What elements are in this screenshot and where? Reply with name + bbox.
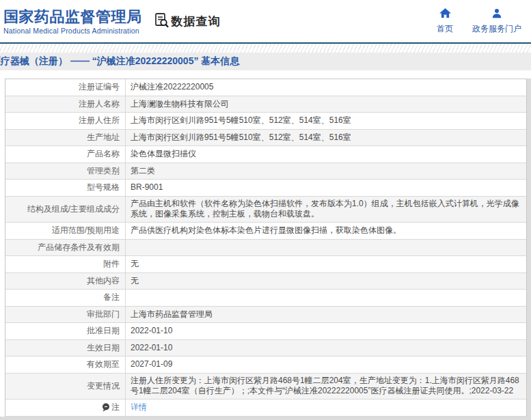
- table-row: 生产地址上海市闵行区剑川路951号5幢510室、512室、514室、516室: [5, 130, 526, 147]
- note-icon: [102, 403, 110, 412]
- hatch-band: [0, 44, 531, 53]
- breadcrumb: 医疗器械（注册） —— “沪械注准20222220005” 基本信息: [0, 53, 531, 70]
- row-label: 备注: [5, 290, 126, 306]
- row-value: 注册人住所变更为：上海市闵行区紫月路468号1幢二层204室，生产地址变更为：1…: [126, 374, 526, 400]
- logo-title: 国家药品监督管理局: [3, 8, 142, 26]
- nav-home-label: 首页: [437, 23, 453, 35]
- page-bottom-strip: [0, 417, 531, 420]
- row-label: 注册证编号: [5, 79, 126, 96]
- data-query-tab[interactable]: 数据查询: [153, 12, 221, 31]
- table-row: 注册人住所上海市闵行区剑川路951号5幢510室、512室、514室、516室: [5, 113, 526, 130]
- nav-portal-label: 政务服务门户: [472, 23, 521, 35]
- logo-subtitle: National Medical Products Administration: [3, 27, 142, 35]
- row-value: 2022-01-10: [126, 323, 526, 339]
- header: 国家药品监督管理局 National Medical Products Admi…: [0, 0, 531, 42]
- row-value: 沪械注准20222220005: [126, 79, 526, 96]
- row-value: 无: [126, 273, 526, 290]
- home-icon: [439, 8, 451, 21]
- row-label: 注: [5, 400, 126, 416]
- detail-link[interactable]: 详情: [131, 402, 147, 412]
- table-row: 适用范围/预期用途产品供医疗机构对染色体标本染色片进行显微图像扫描，获取染色体图…: [5, 223, 526, 240]
- row-value: 上海市闵行区剑川路951号5幢510室、512室、514室、516室: [126, 130, 526, 146]
- row-label: 注册人住所: [5, 113, 126, 129]
- table-row: 其他内容无: [5, 273, 526, 290]
- header-nav: 首页 政务服务门户: [437, 8, 531, 35]
- row-label: 生效日期: [5, 340, 126, 356]
- row-label: 结构及组成/主要组成成分: [5, 197, 126, 223]
- nav-home[interactable]: 首页: [437, 8, 453, 35]
- row-label: 附件: [5, 256, 126, 272]
- data-query-label: 数据查询: [172, 14, 221, 29]
- breadcrumb-text: 医疗器械（注册） —— “沪械注准20222220005” 基本信息: [0, 55, 239, 68]
- row-value: 无: [126, 256, 526, 272]
- row-value: 上海澜澈生物科技有限公司: [126, 96, 526, 113]
- table-row: 有效期至2027-01-09: [5, 356, 526, 374]
- row-label: 批准日期: [5, 323, 126, 339]
- table-row: 注册人名称上海澜澈生物科技有限公司: [5, 96, 526, 113]
- row-label: 型号规格: [5, 180, 126, 196]
- table-row: 型号规格BR-9001: [5, 180, 526, 197]
- row-value: 详情: [126, 400, 526, 416]
- row-value: 产品供医疗机构对染色体标本染色片进行显微图像扫描，获取染色体图像。: [126, 223, 526, 239]
- table-row: 备注: [5, 290, 526, 307]
- row-value: 染色体显微扫描仪: [126, 146, 526, 163]
- row-value: 第二类: [126, 163, 526, 180]
- table-row: 产品储存条件及有效期: [5, 240, 526, 257]
- row-label: 变更情况: [5, 374, 126, 400]
- row-value: 上海市药品监督管理局: [126, 307, 526, 323]
- table-row: 审批部门上海市药品监督管理局: [5, 307, 526, 324]
- row-label: 有效期至: [5, 356, 126, 373]
- spacer: [0, 70, 531, 79]
- table-row: 产品名称染色体显微扫描仪: [5, 146, 526, 163]
- row-label: 其他内容: [5, 273, 126, 290]
- row-value: 产品由主机和软件（软件名称为染色体扫描软件，发布版本为1.0）组成，主机包括嵌入…: [126, 197, 526, 223]
- page-right-strip: [527, 79, 531, 420]
- table-row: 注详情: [5, 400, 526, 417]
- row-label: 适用范围/预期用途: [5, 223, 126, 239]
- data-query-icon: [153, 12, 169, 31]
- page: { "header": { "logo_title": "国家药品监督管理局",…: [0, 0, 531, 420]
- row-value: [126, 240, 526, 256]
- row-value: BR-9001: [126, 180, 526, 196]
- info-table: 注册证编号沪械注准20222220005注册人名称上海澜澈生物科技有限公司注册人…: [5, 79, 527, 417]
- user-icon: [491, 8, 502, 21]
- row-value: [126, 290, 526, 306]
- table-row: 注册证编号沪械注准20222220005: [5, 79, 526, 96]
- row-value: 2022-01-10: [126, 340, 526, 356]
- row-value: 上海市闵行区剑川路951号5幢510室、512室、514室、516室: [126, 113, 526, 129]
- table-row: 结构及组成/主要组成成分产品由主机和软件（软件名称为染色体扫描软件，发布版本为1…: [5, 197, 526, 223]
- row-label: 管理类别: [5, 163, 126, 180]
- row-value: 2027-01-09: [126, 356, 526, 373]
- logo[interactable]: 国家药品监督管理局 National Medical Products Admi…: [3, 8, 142, 35]
- table-row: 变更情况注册人住所变更为：上海市闵行区紫月路468号1幢二层204室，生产地址变…: [5, 374, 526, 400]
- table-row: 管理类别第二类: [5, 163, 526, 180]
- row-label: 生产地址: [5, 130, 126, 146]
- table-row: 生效日期2022-01-10: [5, 340, 526, 357]
- row-label: 产品储存条件及有效期: [5, 240, 126, 256]
- table-row: 附件无: [5, 256, 526, 273]
- nav-portal[interactable]: 政务服务门户: [472, 8, 521, 35]
- row-label: 产品名称: [5, 146, 126, 163]
- table-row: 批准日期2022-01-10: [5, 323, 526, 340]
- row-label: 注册人名称: [5, 96, 126, 113]
- row-label: 审批部门: [5, 307, 126, 323]
